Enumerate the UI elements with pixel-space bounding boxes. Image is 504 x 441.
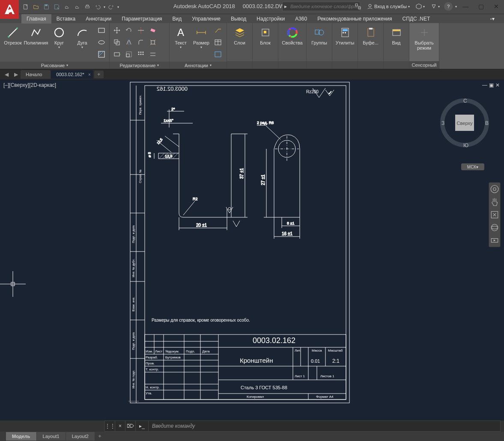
print-icon[interactable] bbox=[83, 3, 92, 11]
file-tab-drawing[interactable]: 0003.02.162*× bbox=[51, 70, 92, 79]
open-icon[interactable] bbox=[32, 3, 40, 11]
tab-featured[interactable]: Рекомендованные приложения bbox=[312, 14, 397, 24]
dropdown-icon[interactable]: ▾ bbox=[117, 5, 119, 9]
wcs-badge[interactable]: МСК ▾ bbox=[461, 163, 484, 170]
undo-icon[interactable] bbox=[93, 3, 102, 11]
vp-minimize-icon[interactable]: — bbox=[482, 82, 487, 88]
cmd-handle-icon[interactable]: ⋮⋮ bbox=[105, 421, 115, 431]
close-button[interactable]: ✕ bbox=[489, 0, 504, 13]
mirror-icon[interactable] bbox=[123, 37, 134, 48]
tab-insert[interactable]: Вставка bbox=[51, 14, 81, 24]
cmd-close-icon[interactable]: × bbox=[115, 421, 125, 431]
circle-button[interactable]: Круг▾ bbox=[48, 25, 70, 49]
pan-icon[interactable] bbox=[490, 197, 499, 207]
trim-icon[interactable] bbox=[135, 25, 146, 36]
layout-tab-2[interactable]: Layout2 bbox=[66, 432, 95, 441]
properties-button[interactable]: Свойства bbox=[280, 25, 304, 45]
redo-icon[interactable] bbox=[107, 3, 116, 11]
command-input[interactable]: Введите команду bbox=[149, 423, 500, 429]
tab-a360[interactable]: A360 bbox=[290, 14, 312, 24]
showmotion-icon[interactable] bbox=[490, 236, 499, 245]
save-icon[interactable] bbox=[42, 3, 51, 11]
dropdown-icon[interactable]: ▾ bbox=[455, 5, 457, 9]
copy-icon[interactable] bbox=[111, 37, 122, 48]
viewport-label[interactable]: [–][Сверху][2D-каркас] bbox=[3, 82, 56, 88]
array-icon[interactable] bbox=[135, 49, 146, 60]
maximize-button[interactable]: ▢ bbox=[473, 0, 489, 13]
stretch-icon[interactable] bbox=[111, 49, 122, 60]
rectangle-icon[interactable] bbox=[96, 25, 107, 36]
dropdown-icon[interactable]: ▾ bbox=[104, 5, 105, 9]
tab-spds[interactable]: СПДС .NET bbox=[397, 14, 435, 24]
command-line[interactable]: ⋮⋮ × ⌦ ▸_ Введите команду bbox=[104, 420, 501, 432]
erase-icon[interactable] bbox=[147, 25, 158, 36]
tab-annotate[interactable]: Аннотации bbox=[81, 14, 116, 24]
viewcube[interactable]: С Ю В З Сверху bbox=[439, 95, 490, 151]
help-icon[interactable]: ? bbox=[444, 2, 453, 11]
app-logo[interactable] bbox=[0, 0, 19, 19]
rotate-icon[interactable] bbox=[123, 25, 134, 36]
layout-tab-1[interactable]: Layout1 bbox=[37, 432, 66, 441]
drawing-canvas[interactable]: [–][Сверху][2D-каркас] — ▣ ✕ bbox=[0, 80, 504, 420]
explode-icon[interactable] bbox=[147, 37, 158, 48]
layout-add-button[interactable]: + bbox=[95, 432, 104, 440]
ribbon-collapse-icon[interactable]: ▫▾ bbox=[485, 14, 500, 24]
dimension-button[interactable]: Размер▾ bbox=[191, 25, 212, 49]
steering-wheel-icon[interactable] bbox=[490, 184, 499, 194]
zoom-extents-icon[interactable] bbox=[490, 210, 499, 219]
block-button[interactable]: Блок bbox=[254, 25, 276, 45]
vp-maximize-icon[interactable]: ▣ bbox=[489, 82, 494, 88]
utilities-button[interactable]: Утилиты bbox=[334, 25, 356, 45]
new-icon[interactable] bbox=[21, 3, 30, 11]
tab-manage[interactable]: Управление bbox=[187, 14, 226, 24]
vp-close-icon[interactable]: ✕ bbox=[495, 82, 500, 88]
exchange-icon[interactable]: ▾ bbox=[414, 2, 426, 11]
offset-icon[interactable] bbox=[147, 49, 158, 60]
minimize-button[interactable]: — bbox=[458, 0, 473, 13]
cmd-customize-icon[interactable]: ⌦ bbox=[125, 421, 136, 431]
leader-icon[interactable] bbox=[212, 25, 224, 36]
drawing-content: 0003.02.162 Rz200 ✓ bbox=[128, 80, 351, 405]
line-button[interactable]: Отрезок bbox=[2, 25, 24, 45]
close-icon[interactable]: × bbox=[88, 72, 91, 77]
polyline-button[interactable]: Полилиния bbox=[25, 25, 47, 45]
tab-nav-right-icon[interactable]: ▶ bbox=[11, 70, 21, 79]
panel-title-modify[interactable]: Редактирование ▾ bbox=[110, 62, 169, 69]
scale-icon[interactable] bbox=[123, 49, 134, 60]
view-button[interactable]: Вид bbox=[385, 25, 407, 45]
tab-output[interactable]: Вывод bbox=[226, 14, 251, 24]
tab-nav-left-icon[interactable]: ◀ bbox=[2, 70, 11, 79]
touch-mode-button[interactable]: Выбратьрежим bbox=[411, 25, 437, 50]
new-tab-button[interactable]: + bbox=[94, 71, 104, 78]
layout-tab-model[interactable]: Модель bbox=[6, 432, 36, 441]
signin-button[interactable]: Вход в службы▾ bbox=[365, 2, 412, 11]
file-tab-start[interactable]: Начало bbox=[21, 70, 51, 79]
tab-view[interactable]: Вид bbox=[167, 14, 187, 24]
cloud-save-icon[interactable] bbox=[73, 3, 81, 11]
app-store-icon[interactable]: ▾ bbox=[429, 2, 441, 11]
hatch-icon[interactable] bbox=[96, 49, 107, 60]
ellipse-icon[interactable] bbox=[96, 37, 107, 48]
move-icon[interactable] bbox=[111, 25, 122, 36]
panel-title-annotation[interactable]: Аннотации ▾ bbox=[170, 62, 227, 69]
text-button[interactable]: AТекст▾ bbox=[171, 25, 190, 49]
fillet-icon[interactable] bbox=[135, 37, 146, 48]
search-input[interactable] bbox=[289, 4, 360, 9]
infocenter-search[interactable]: ▸ bbox=[282, 2, 360, 11]
table-icon[interactable] bbox=[212, 37, 224, 48]
tab-parametric[interactable]: Параметризация bbox=[116, 14, 167, 24]
arc-button[interactable]: Дуга▾ bbox=[71, 25, 93, 49]
clipboard-button[interactable]: Буфе... bbox=[360, 25, 382, 45]
tab-addins[interactable]: Надстройки bbox=[251, 14, 290, 24]
saveas-icon[interactable] bbox=[52, 3, 61, 11]
mtext-icon[interactable] bbox=[212, 49, 224, 60]
groups-button[interactable]: Группы bbox=[308, 25, 330, 45]
tab-home[interactable]: Главная bbox=[21, 14, 51, 24]
search-dropdown-icon[interactable]: ▸ bbox=[283, 3, 289, 9]
layers-button[interactable]: Слои bbox=[229, 25, 251, 45]
panel-draw: Отрезок Полилиния Круг▾ Дуга▾ Рисование … bbox=[0, 23, 110, 69]
a360-icon[interactable] bbox=[353, 2, 363, 11]
orbit-icon[interactable] bbox=[490, 223, 499, 232]
panel-title-draw[interactable]: Рисование ▾ bbox=[0, 62, 109, 69]
cloud-open-icon[interactable] bbox=[63, 3, 71, 11]
